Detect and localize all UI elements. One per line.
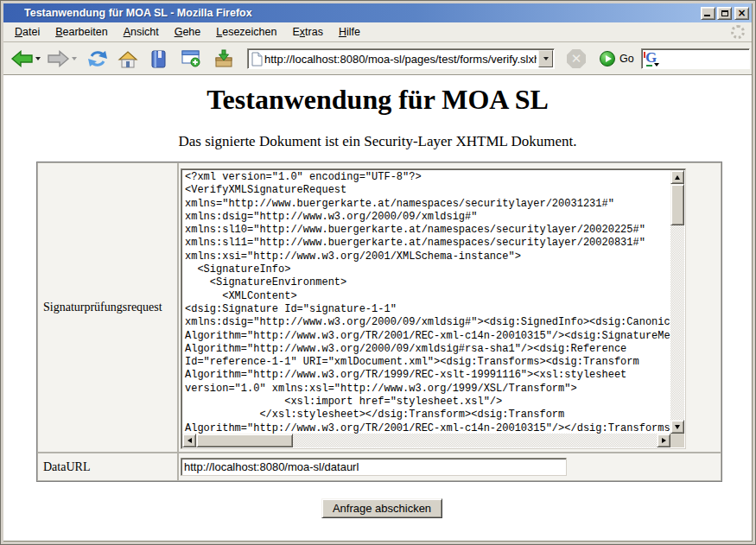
forward-icon: [47, 49, 70, 68]
reload-button[interactable]: [86, 47, 110, 71]
arrow-left-icon: [187, 438, 192, 443]
bookmarks-button[interactable]: [148, 48, 169, 71]
menu-lesezeichen[interactable]: Lesezeichen: [208, 23, 284, 41]
url-input[interactable]: [263, 51, 538, 67]
forward-button[interactable]: [45, 48, 79, 70]
submit-request-button[interactable]: Anfrage abschicken: [321, 498, 442, 518]
google-search-icon[interactable]: G: [644, 51, 659, 67]
scroll-right-button[interactable]: [657, 434, 670, 447]
forward-dropdown-icon[interactable]: [72, 57, 77, 60]
page-title: Testanwendung für MOA SL: [3, 84, 752, 116]
request-label-cell: Signaturprüfungsrequest: [37, 162, 178, 453]
throbber-icon: [731, 25, 745, 39]
close-button[interactable]: ×: [734, 7, 749, 20]
dataurl-input[interactable]: [181, 458, 567, 476]
page-content: Testanwendung für MOA SL Das signierte D…: [3, 75, 752, 541]
vertical-scrollbar[interactable]: [670, 170, 684, 434]
verify-form-table: Signaturprüfungsrequest <?xml version="1…: [36, 162, 722, 482]
back-icon: [10, 49, 34, 68]
search-input[interactable]: [659, 51, 747, 67]
scroll-left-button[interactable]: [182, 434, 196, 447]
firefox-icon: [7, 7, 20, 20]
vertical-scroll-thumb[interactable]: [670, 184, 684, 225]
menu-ansicht[interactable]: Ansicht: [116, 23, 167, 41]
maximize-button[interactable]: [717, 7, 732, 20]
menu-bearbeiten[interactable]: Bearbeiten: [48, 23, 115, 41]
downloads-icon: [213, 49, 234, 69]
search-engine-dropdown-icon[interactable]: [654, 63, 659, 67]
dataurl-input-cell: [178, 453, 721, 481]
menubar: Datei Bearbeiten Ansicht Gehe Lesezeiche…: [3, 22, 752, 42]
request-xml-content[interactable]: <?xml version="1.0" encoding="UTF-8"?> <…: [182, 170, 670, 434]
arrow-down-icon: [675, 425, 680, 429]
home-icon: [118, 49, 138, 69]
browser-window: Testanwendung für MOA SL - Mozilla Firef…: [0, 0, 756, 545]
back-button[interactable]: [9, 48, 42, 70]
window-title: Testanwendung für MOA SL - Mozilla Firef…: [24, 7, 701, 19]
scroll-down-button[interactable]: [670, 420, 684, 434]
stop-button[interactable]: ✕: [565, 48, 588, 70]
scroll-up-button[interactable]: [670, 170, 684, 184]
downloads-button[interactable]: [212, 48, 236, 71]
request-label: Signaturprüfungsrequest: [43, 301, 162, 314]
url-bar[interactable]: [247, 48, 555, 69]
arrow-up-icon: [675, 175, 680, 180]
home-button[interactable]: [116, 48, 140, 71]
minimize-icon: [704, 15, 710, 16]
navigation-toolbar: ✕ Go G: [3, 42, 752, 75]
menu-extras[interactable]: Extras: [284, 23, 330, 41]
page-subtitle: Das signierte Dokument ist ein Security-…: [3, 133, 752, 150]
go-icon: [600, 51, 615, 67]
reload-icon: [87, 48, 108, 69]
go-button[interactable]: Go: [598, 49, 636, 68]
dataurl-label: DataURL: [43, 460, 90, 474]
search-bar[interactable]: G: [641, 48, 750, 69]
arrow-right-icon: [662, 438, 666, 443]
menu-hilfe[interactable]: Hilfe: [331, 23, 368, 41]
request-textarea-cell: <?xml version="1.0" encoding="UTF-8"?> <…: [178, 162, 721, 453]
request-textarea[interactable]: <?xml version="1.0" encoding="UTF-8"?> <…: [181, 168, 686, 449]
close-icon: ×: [737, 9, 746, 17]
dataurl-label-cell: DataURL: [37, 453, 178, 481]
horizontal-scrollbar[interactable]: [182, 434, 670, 447]
menu-gehe[interactable]: Gehe: [167, 23, 209, 41]
stop-icon: ✕: [567, 49, 586, 68]
minimize-button[interactable]: [701, 7, 715, 20]
menu-datei[interactable]: Datei: [7, 23, 48, 41]
back-dropdown-icon[interactable]: [35, 57, 41, 60]
bookmarks-icon: [149, 49, 168, 69]
url-dropdown-button[interactable]: [538, 50, 553, 67]
go-label: Go: [619, 53, 634, 65]
new-window-icon: [181, 49, 201, 68]
new-window-button[interactable]: [179, 48, 203, 70]
page-icon: [251, 52, 263, 67]
window-titlebar[interactable]: Testanwendung für MOA SL - Mozilla Firef…: [3, 3, 752, 22]
submit-request-label: Anfrage abschicken: [333, 502, 431, 515]
horizontal-scroll-thumb[interactable]: [196, 434, 293, 447]
scrollbar-corner: [670, 434, 684, 447]
maximize-icon: [721, 10, 728, 16]
chevron-down-icon: [543, 57, 549, 60]
